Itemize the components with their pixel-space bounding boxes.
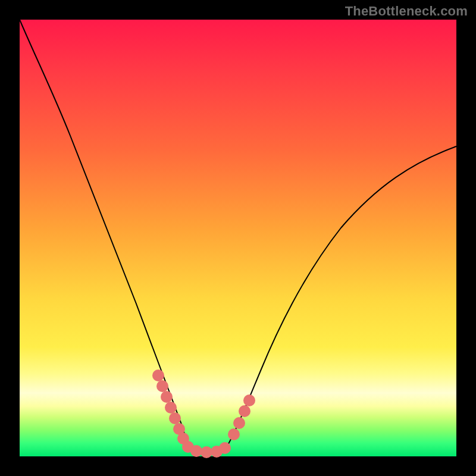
svg-point-8: [190, 445, 202, 457]
svg-point-9: [201, 446, 212, 458]
right-curve: [225, 146, 456, 450]
svg-point-14: [239, 405, 250, 417]
svg-point-12: [228, 428, 240, 440]
svg-point-1: [156, 380, 168, 392]
plot-area: [20, 20, 456, 456]
svg-point-11: [219, 442, 231, 454]
svg-point-2: [161, 391, 173, 403]
svg-point-0: [152, 369, 164, 381]
svg-point-3: [165, 402, 177, 414]
chart-frame: TheBottleneck.com: [0, 0, 476, 476]
svg-point-13: [233, 417, 245, 429]
marker-left: [152, 369, 231, 458]
svg-point-15: [243, 394, 255, 406]
curve-svg: [20, 20, 456, 456]
svg-point-4: [169, 412, 181, 424]
watermark-text: TheBottleneck.com: [345, 4, 468, 19]
